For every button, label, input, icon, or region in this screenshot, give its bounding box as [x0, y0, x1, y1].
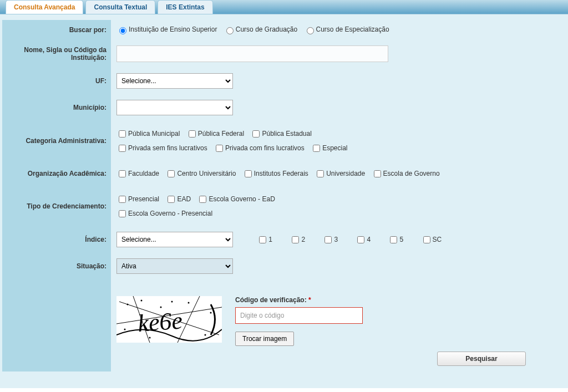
check-presencial-input[interactable] [119, 196, 126, 203]
radio-ies-label: Instituição de Ensino Superior [129, 26, 217, 33]
tab-consulta-textual[interactable]: Consulta Textual [85, 0, 155, 14]
check-indice-5-input[interactable] [390, 236, 397, 243]
check-publica-federal[interactable]: Pública Federal [186, 130, 244, 138]
select-indice[interactable]: Selecione... [116, 232, 233, 247]
form-content: Buscar por: Instituição de Ensino Superi… [0, 14, 568, 388]
check-especial-label: Especial [322, 144, 347, 152]
check-especial-input[interactable] [313, 145, 320, 152]
check-publica-estadual-input[interactable] [252, 130, 260, 138]
check-institutos-fed[interactable]: Institutos Federais [242, 170, 308, 177]
check-faculdade-label: Faculdade [128, 170, 159, 177]
select-uf[interactable]: Selecione... [116, 73, 233, 89]
svg-point-9 [210, 312, 212, 314]
check-publica-estadual-label: Pública Estadual [262, 130, 311, 138]
check-indice-5[interactable]: 5 [388, 236, 403, 243]
radio-graduacao-input[interactable] [226, 27, 234, 34]
swap-captcha-button[interactable]: Trocar imagem [235, 332, 294, 346]
check-faculdade[interactable]: Faculdade [116, 170, 159, 177]
check-universidade-label: Universidade [326, 170, 365, 177]
check-privada-sem-fins-label: Privada sem fins lucrativos [128, 144, 207, 152]
check-indice-5-label: 5 [399, 236, 403, 243]
check-indice-2-input[interactable] [292, 236, 299, 243]
captcha-label: Código de verificação: * [235, 296, 363, 304]
check-institutos-fed-label: Institutos Federais [254, 170, 308, 177]
check-publica-federal-input[interactable] [189, 130, 196, 138]
check-escola-governo[interactable]: Escola de Governo [372, 170, 440, 177]
svg-point-10 [124, 329, 126, 330]
label-nome-sigla: Nome, Sigla ou Código da Instituição: [2, 40, 111, 68]
check-indice-sc-input[interactable] [423, 236, 430, 243]
check-ead[interactable]: EAD [165, 195, 191, 203]
radio-graduacao[interactable]: Curso de Graduação [224, 26, 297, 33]
check-publica-estadual[interactable]: Pública Estadual [250, 130, 311, 138]
tab-ies-extintas[interactable]: IES Extintas [158, 0, 212, 14]
radio-ies-input[interactable] [119, 27, 126, 34]
check-privada-sem-fins-input[interactable] [119, 145, 126, 152]
check-centro-univ-label: Centro Universitário [177, 170, 236, 177]
captcha-image: ke6e [116, 296, 222, 343]
check-indice-3[interactable]: 3 [322, 236, 338, 243]
captcha-required-mark: * [308, 296, 311, 304]
check-privada-com-fins-label: Privada com fins lucrativos [225, 144, 305, 152]
check-especial[interactable]: Especial [311, 144, 347, 152]
check-presencial[interactable]: Presencial [116, 195, 159, 203]
input-nome-sigla[interactable] [116, 45, 388, 62]
svg-text:ke6e: ke6e [137, 307, 184, 337]
check-indice-3-label: 3 [334, 236, 338, 243]
check-indice-4[interactable]: 4 [355, 236, 371, 243]
label-tipo-cred: Tipo de Credenciamento: [2, 186, 111, 226]
check-publica-municipal[interactable]: Pública Municipal [116, 130, 180, 138]
check-indice-1-input[interactable] [259, 236, 266, 243]
check-privada-sem-fins[interactable]: Privada sem fins lucrativos [116, 144, 207, 152]
label-categoria: Categoria Administrativa: [2, 121, 111, 161]
check-escola-gov-presencial[interactable]: Escola Governo - Presencial [116, 210, 212, 217]
check-publica-municipal-label: Pública Municipal [128, 130, 180, 138]
check-indice-4-input[interactable] [357, 236, 364, 243]
check-indice-1[interactable]: 1 [257, 236, 272, 243]
svg-point-8 [188, 302, 190, 304]
check-indice-1-label: 1 [268, 236, 272, 243]
check-faculdade-input[interactable] [119, 170, 126, 177]
radio-especializacao[interactable]: Curso de Especialização [304, 26, 389, 33]
label-uf: UF: [2, 68, 111, 94]
label-organizacao: Organização Acadêmica: [2, 161, 111, 186]
check-universidade-input[interactable] [317, 170, 324, 177]
check-indice-4-label: 4 [367, 236, 371, 243]
check-privada-com-fins[interactable]: Privada com fins lucrativos [214, 144, 305, 152]
label-captcha-blank [2, 279, 111, 371]
select-situacao[interactable]: Ativa [116, 258, 233, 274]
radio-graduacao-label: Curso de Graduação [236, 26, 297, 33]
check-escola-governo-input[interactable] [374, 170, 381, 177]
tab-bar: Consulta Avançada Consulta Textual IES E… [0, 0, 568, 14]
check-institutos-fed-input[interactable] [245, 170, 252, 177]
check-centro-univ-input[interactable] [168, 170, 175, 177]
check-presencial-label: Presencial [128, 195, 159, 203]
check-privada-com-fins-input[interactable] [216, 145, 223, 152]
check-indice-sc-label: SC [433, 236, 442, 243]
check-escola-gov-ead[interactable]: Escola Governo - EaD [197, 195, 275, 203]
check-indice-sc[interactable]: SC [421, 236, 442, 243]
check-escola-gov-presencial-input[interactable] [119, 210, 126, 217]
radio-ies[interactable]: Instituição de Ensino Superior [116, 26, 217, 33]
check-publica-municipal-input[interactable] [119, 130, 126, 138]
check-centro-univ[interactable]: Centro Universitário [165, 170, 236, 177]
check-indice-2[interactable]: 2 [290, 236, 305, 243]
svg-point-11 [149, 337, 151, 339]
check-escola-governo-label: Escola de Governo [383, 170, 440, 177]
svg-point-6 [141, 300, 143, 302]
check-ead-input[interactable] [168, 196, 175, 203]
tab-consulta-avancada[interactable]: Consulta Avançada [6, 0, 83, 14]
check-universidade[interactable]: Universidade [315, 170, 365, 177]
svg-point-5 [127, 304, 129, 306]
check-indice-3-input[interactable] [324, 236, 332, 243]
check-publica-federal-label: Pública Federal [198, 130, 244, 138]
radio-especializacao-input[interactable] [307, 27, 314, 34]
radio-especializacao-label: Curso de Especialização [316, 26, 389, 33]
svg-point-13 [205, 334, 206, 336]
select-municipio[interactable] [116, 100, 233, 115]
search-button[interactable]: Pesquisar [437, 352, 526, 366]
check-escola-gov-ead-input[interactable] [199, 196, 206, 203]
check-ead-label: EAD [177, 195, 191, 203]
captcha-input[interactable] [235, 307, 363, 324]
check-indice-2-label: 2 [301, 236, 305, 243]
